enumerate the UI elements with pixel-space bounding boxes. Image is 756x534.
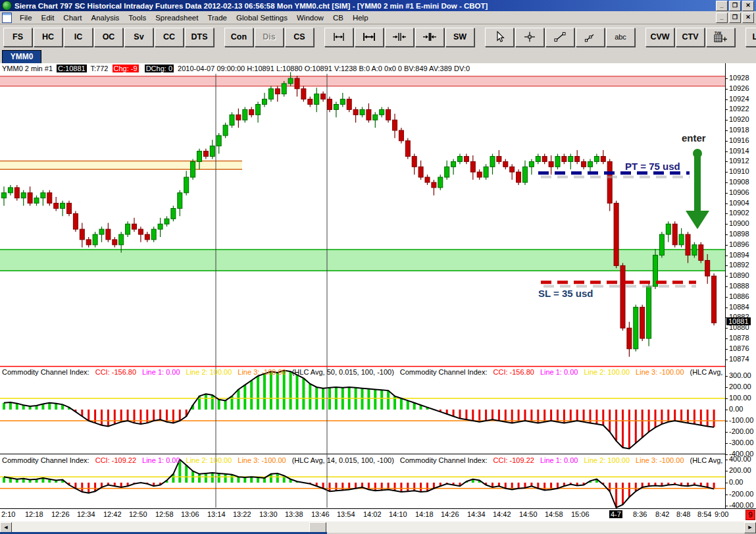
- candle: [41, 190, 45, 206]
- toolbar-gap: [476, 37, 485, 38]
- toolbar-button-log[interactable]: Log: [745, 28, 756, 47]
- candle: [236, 109, 241, 128]
- toolbar-button-bar-squeeze-tight[interactable]: [415, 28, 444, 47]
- toolbar-button-sw[interactable]: SW: [445, 28, 474, 47]
- menu-item-chart[interactable]: Chart: [59, 13, 86, 23]
- toolbar-button-abc[interactable]: abc: [606, 28, 635, 47]
- menu-item-edit[interactable]: Edit: [37, 13, 59, 23]
- toolbar-button-cc[interactable]: CC: [155, 28, 184, 47]
- toolbar-button-pointer[interactable]: [485, 28, 514, 47]
- horizontal-scrollbar[interactable]: ◀ ▶: [0, 521, 756, 533]
- toolbar-button-trendline[interactable]: [545, 28, 574, 47]
- menu-item-spreadsheet[interactable]: Spreadsheet: [151, 13, 203, 23]
- toolbar-button-cvw[interactable]: CVW: [645, 28, 674, 47]
- crosshair-icon: [522, 31, 537, 43]
- child-window-close-button[interactable]: ✕: [742, 13, 754, 23]
- window-title: Sierra Chart 797 SC Historical Intraday …: [14, 2, 488, 10]
- toolbar-button-dts[interactable]: DTS: [185, 28, 214, 47]
- time-axis: 9 2:1012:1812:2612:3412:4212:5012:5813:0…: [0, 508, 756, 521]
- toolbar-button-crosshair[interactable]: [515, 28, 544, 47]
- candle: [132, 218, 137, 232]
- study-label-segment: CCI: -109.22: [95, 456, 136, 464]
- price-axis-tick: [726, 141, 728, 142]
- chart-canvas[interactable]: [0, 63, 725, 508]
- bar-spacing-out-icon: [332, 31, 346, 43]
- chart-header-line: YMM0 2 min #1 C:10881 T:772 Chg: -9 DChg…: [2, 65, 472, 72]
- child-window-controls: _❐✕: [716, 13, 756, 23]
- toolbar-button-bar-spacing-out[interactable]: [324, 28, 353, 47]
- study-label-segment: Line 3: -100.00: [238, 456, 286, 464]
- trendline-icon: [553, 31, 567, 43]
- toolbar-button-fs[interactable]: FS: [3, 28, 32, 47]
- menu-item-file[interactable]: File: [15, 13, 37, 23]
- toolbar-button-bar-squeeze[interactable]: [385, 28, 414, 47]
- child-window-minimize-button[interactable]: _: [716, 13, 728, 23]
- toolbar-button-dis[interactable]: Dis: [255, 28, 284, 47]
- menu-item-trade[interactable]: Trade: [203, 13, 232, 23]
- stop-loss-annotation-text[interactable]: SL = 35 usd: [538, 288, 593, 299]
- candle: [216, 133, 221, 154]
- candle: [21, 190, 26, 206]
- menu-item-cb[interactable]: CB: [328, 13, 348, 23]
- window-close-button[interactable]: ✕: [742, 1, 754, 11]
- study-label-segment: Line 3: -100.00: [636, 456, 684, 464]
- menu-item-tools[interactable]: Tools: [124, 13, 151, 23]
- toolbar-button-ray[interactable]: [576, 28, 605, 47]
- price-tick-label: 10888: [729, 282, 749, 290]
- cci-axis-tick: [726, 421, 728, 421]
- menu-item-global-settings[interactable]: Global Settings: [232, 13, 292, 23]
- window-controls: _❐✕: [716, 1, 756, 11]
- candle: [347, 97, 351, 113]
- menu-item-help[interactable]: Help: [348, 13, 373, 23]
- price-axis-tick: [726, 78, 728, 79]
- price-tick-label: 10916: [729, 136, 749, 144]
- menu-item-window[interactable]: Window: [292, 13, 328, 23]
- study-label-segment: CCI: -156.80: [95, 368, 136, 376]
- candle: [510, 164, 515, 180]
- entry-arrow[interactable]: [686, 149, 709, 229]
- toolbar-button-tvw-grid[interactable]: TVW: [706, 28, 735, 47]
- price-tick-label: 10900: [729, 219, 749, 227]
- candle: [517, 169, 521, 185]
- chart-region[interactable]: YMM0 2 min #1 C:10881 T:772 Chg: -9 DChg…: [0, 63, 756, 508]
- toolbar-button-con[interactable]: Con: [224, 28, 253, 47]
- candle: [67, 201, 72, 217]
- price-axis-tick: [726, 307, 728, 308]
- header-segment: DChg: 0: [145, 65, 174, 72]
- chart-document-icon[interactable]: [2, 13, 12, 23]
- candle: [106, 223, 111, 242]
- profit-target-annotation-text[interactable]: PT = 75 usd: [625, 161, 680, 172]
- toolbar-button-ic[interactable]: IC: [64, 28, 93, 47]
- price-axis[interactable]: 1092810926109241092210920109181091610914…: [725, 63, 756, 508]
- toolbar-button-ctv[interactable]: CTV: [676, 28, 705, 47]
- time-tick-label: 12:26: [51, 510, 70, 518]
- time-tick-label: 13:54: [337, 510, 355, 518]
- enter-annotation-text[interactable]: enter: [682, 132, 706, 144]
- toolbar-button-bar-spacing-wide[interactable]: [355, 28, 384, 47]
- time-tick-label: 9:00: [715, 510, 728, 518]
- study-label-segment: CCI: -156.80: [493, 368, 534, 376]
- time-tick-label: 14:26: [441, 510, 459, 518]
- price-axis-tick: [726, 349, 728, 350]
- tab-ymm0[interactable]: YMM0: [2, 50, 41, 63]
- candle: [99, 227, 104, 242]
- candle: [268, 86, 273, 102]
- toolbar-button-sv[interactable]: Sv: [124, 28, 153, 47]
- study-label-segment: Line 2: 100.00: [584, 368, 630, 376]
- candle: [113, 237, 117, 248]
- cci-tick-label: 300.00: [729, 371, 751, 379]
- menu-bar: FileEditChartAnalysisToolsSpreadsheetTra…: [0, 11, 756, 24]
- child-window-restore-button[interactable]: ❐: [729, 13, 741, 23]
- cci-tick-label: 200.00: [729, 466, 751, 474]
- toolbar-button-hc[interactable]: HC: [34, 28, 63, 47]
- candle: [334, 102, 338, 118]
- scroll-right-button[interactable]: ▶: [744, 522, 756, 533]
- menu-item-analysis[interactable]: Analysis: [86, 13, 124, 23]
- price-tick-label: 10874: [729, 355, 749, 363]
- window-restore-button[interactable]: ❐: [729, 1, 741, 11]
- candle: [80, 223, 84, 248]
- toolbar-button-cs[interactable]: CS: [285, 28, 314, 47]
- toolbar-button-oc[interactable]: OC: [94, 28, 123, 47]
- candle: [308, 97, 313, 107]
- window-minimize-button[interactable]: _: [716, 1, 728, 11]
